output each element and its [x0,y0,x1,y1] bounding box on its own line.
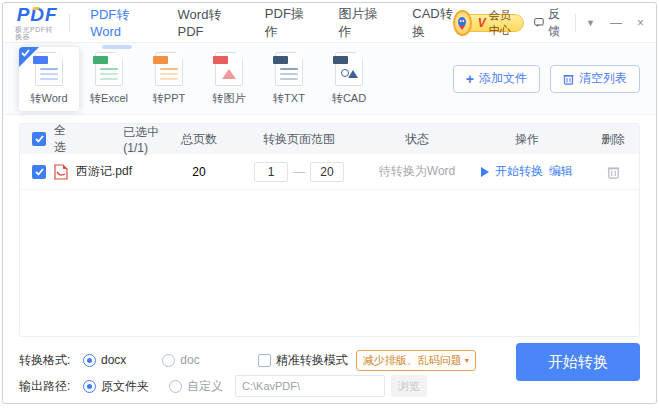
titlebar: PDF 极光PDF转换器 PDF转Word Word转PDF PDF操作 图片操… [3,3,656,43]
range-from-input[interactable] [254,162,288,182]
tool-to-word[interactable]: 转Word [19,47,79,111]
precise-hint-text: 减少排版、乱码问题 [363,353,462,368]
radio-docx-label: docx [101,353,126,367]
chevron-down-icon: ▾ [465,356,469,365]
col-page-range: 转换页面范围 [231,131,367,148]
col-total-pages: 总页数 [167,131,231,148]
tool-to-excel[interactable]: 转Excel [79,47,139,111]
file-list: 全选 已选中(1/1) 总页数 转换页面范围 状态 操作 删除 [19,123,640,337]
tools-bar: 转Word 转Excel 转PPT 转图片 [3,43,656,115]
plus-icon: + [466,72,474,86]
operation-cell: 开始转换 编辑 [467,163,587,180]
list-header: 全选 已选中(1/1) 总页数 转换页面范围 状态 操作 删除 [20,124,639,154]
list-actions: + 添加文件 清空列表 [453,65,640,93]
mascot-icon [456,16,468,30]
play-icon [481,167,489,177]
pdf-file-icon [54,164,68,180]
tool-to-txt[interactable]: 转TXT [259,47,319,111]
tab-pdf-to-word[interactable]: PDF转Word [90,2,143,45]
logo-subtitle: 极光PDF转换器 [15,26,59,40]
range-separator: — [293,165,305,179]
col-delete: 删除 [587,131,639,148]
vip-center-button[interactable]: V 会员中心 [453,10,524,36]
tool-label: 转CAD [332,91,366,106]
tab-image-operations[interactable]: 图片操作 [339,2,379,47]
tool-label: 转Excel [90,91,128,106]
radio-custom-folder[interactable] [169,380,182,393]
tool-label: 转图片 [213,91,246,106]
close-button[interactable]: × [637,16,644,30]
cad-doc-icon [335,52,363,86]
range-to-input[interactable] [310,162,344,182]
image-doc-icon [215,52,243,86]
vip-v-icon: V [478,16,486,30]
file-cell: 西游记.pdf [20,163,167,180]
header-select: 全选 已选中(1/1) [20,123,167,156]
file-name: 西游记.pdf [76,163,132,180]
delete-cell [587,165,639,179]
precise-mode-checkbox[interactable] [258,354,271,367]
browse-button[interactable]: 浏览 [391,375,427,397]
menu-dropdown-icon[interactable]: ▼ [586,18,595,28]
tool-label: 转TXT [273,91,305,106]
selected-summary: 已选中(1/1) [123,124,167,155]
titlebar-right: V 会员中心 反馈 ▼ — × [453,6,644,40]
row-edit-link[interactable]: 编辑 [549,163,573,180]
trash-icon[interactable] [607,165,620,179]
options-panel: 转换格式: docx doc 精准转换模式 减少排版、乱码问题 ▾ 输出路径: … [3,337,656,399]
output-path-input[interactable] [235,375,385,397]
tool-to-cad[interactable]: 转CAD [319,47,379,111]
main-nav: PDF转Word Word转PDF PDF操作 图片操作 CAD转换 [90,2,453,47]
app-logo: PDF 极光PDF转换器 [15,5,59,40]
logo-text: PDF [17,5,58,24]
row-convert-link[interactable]: 开始转换 [495,163,543,180]
radio-custom-folder-label: 自定义 [187,378,223,395]
tool-to-image[interactable]: 转图片 [199,47,259,111]
tab-cad-convert[interactable]: CAD转换 [412,2,453,47]
precise-hint-dropdown[interactable]: 减少排版、乱码问题 ▾ [356,350,476,371]
radio-doc-label: doc [180,353,199,367]
radio-original-folder[interactable] [83,380,96,393]
tool-to-ppt[interactable]: 转PPT [139,47,199,111]
precise-mode-label: 精准转换模式 [276,352,348,369]
divider [575,14,576,32]
add-files-label: 添加文件 [479,70,527,87]
check-icon [35,135,44,143]
table-row: 西游记.pdf 20 — 待转换为Word 开始转换 编辑 [20,154,639,190]
feedback-button[interactable]: 反馈 [534,6,565,40]
excel-doc-icon [95,52,123,86]
radio-original-folder-label: 原文件夹 [101,378,149,395]
select-all-label: 全选 [54,123,71,156]
row-checkbox[interactable] [32,165,46,179]
clear-list-label: 清空列表 [579,70,627,87]
output-label: 输出路径: [19,378,83,395]
tool-label: 转PPT [153,91,185,106]
speech-bubble-icon [534,16,544,29]
tab-pdf-operations[interactable]: PDF操作 [265,2,305,47]
add-files-button[interactable]: + 添加文件 [453,65,540,93]
check-icon [21,49,30,57]
start-convert-button[interactable]: 开始转换 [516,343,640,381]
format-label: 转换格式: [19,352,83,369]
total-pages-value: 20 [167,165,231,179]
col-operation: 操作 [467,131,587,148]
clear-list-button[interactable]: 清空列表 [550,65,640,93]
radio-docx[interactable] [83,354,96,367]
txt-doc-icon [275,52,303,86]
select-all-checkbox[interactable] [32,132,46,146]
avatar[interactable] [453,10,472,36]
vip-label: 会员中心 [489,8,515,38]
page-range-cell: — [231,162,367,182]
col-status: 状态 [367,131,467,148]
app-window: PDF 极光PDF转换器 PDF转Word Word转PDF PDF操作 图片操… [2,2,657,404]
status-text: 待转换为Word [367,163,467,180]
feedback-label: 反馈 [548,6,565,40]
ppt-doc-icon [155,52,183,86]
divider [69,14,70,32]
tool-label: 转Word [30,91,67,106]
minimize-button[interactable]: — [610,16,622,30]
window-controls: ▼ — × [586,16,644,30]
tab-word-to-pdf[interactable]: Word转PDF [178,2,231,45]
trash-icon [563,73,574,85]
radio-doc[interactable] [162,354,175,367]
